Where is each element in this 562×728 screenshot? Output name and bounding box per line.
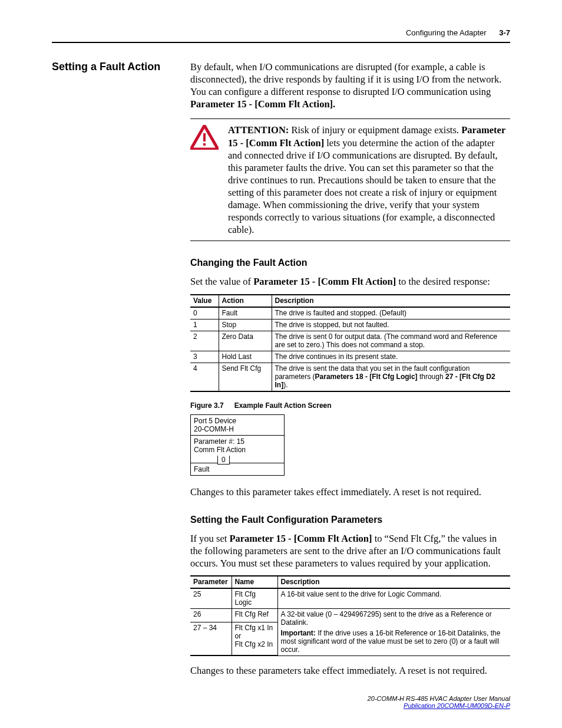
intro-text: By default, when I/O communications are …	[190, 61, 501, 97]
figure-after-text: Changes to this parameter takes effect i…	[190, 486, 510, 498]
cell-desc: The drive continues in its present state…	[272, 351, 510, 363]
footer-publication-link[interactable]: Publication 20COMM-UM009D-EN-P	[404, 702, 510, 709]
page-header: Configuring the Adapter 3-7	[52, 28, 510, 37]
changing-heading: Changing the Fault Action	[190, 258, 510, 268]
desc-mid: through	[418, 373, 445, 381]
cell-value: 4	[190, 363, 219, 391]
changing-intro-bold: Parameter 15 - [Comm Flt Action]	[253, 276, 396, 287]
section-title: Setting a Fault Action	[52, 61, 190, 73]
screen-line1: Port 5 Device	[194, 417, 281, 425]
cell-action: Hold Last	[219, 351, 272, 363]
cell-value: 1	[190, 319, 219, 331]
header-divider	[52, 42, 510, 43]
important-label: Important:	[281, 629, 316, 637]
col-value: Value	[190, 295, 219, 307]
cell-desc: A 16-bit value sent to the drive for Log…	[277, 588, 510, 609]
cell-desc-merged: A 32-bit value (0 – 4294967295) sent to …	[277, 608, 510, 655]
table-row: 3 Hold Last The drive continues in its p…	[190, 351, 510, 363]
table-row: 25 Flt Cfg Logic A 16-bit value sent to …	[190, 588, 510, 609]
screen-row1: Port 5 Device 20-COMM-H	[190, 414, 285, 436]
attention-icon	[190, 124, 224, 152]
screen-line3: Parameter #: 15	[194, 437, 281, 446]
cell-desc: The drive is sent the data that you set …	[272, 363, 510, 391]
faultcfg-intro: If you set Parameter 15 - [Comm Flt Acti…	[190, 532, 510, 569]
col-desc: Description	[272, 295, 510, 307]
desc-pre: A 32-bit value (0 – 4294967295) sent to …	[281, 610, 508, 627]
figure-label: Figure 3.7	[190, 401, 224, 410]
col-param: Parameter	[190, 576, 232, 588]
cell-desc: The drive is stopped, but not faulted.	[272, 319, 510, 331]
faultcfg-heading: Setting the Fault Configuration Paramete…	[190, 515, 510, 525]
fault-action-table: Value Action Description 0 Fault The dri…	[190, 294, 510, 392]
screen-line5: Fault	[194, 465, 281, 473]
table-row: 1 Stop The drive is stopped, but not fau…	[190, 319, 510, 331]
changing-intro-post: to the desired response:	[396, 276, 490, 287]
page-footer: 20-COMM-H RS-485 HVAC Adapter User Manua…	[368, 695, 510, 709]
intro-paragraph: By default, when I/O communications are …	[190, 61, 510, 110]
svg-rect-1	[203, 133, 206, 141]
page-number: 3-7	[499, 28, 510, 37]
changing-intro: Set the value of Parameter 15 - [Comm Fl…	[190, 275, 510, 288]
cell-param: 25	[190, 588, 232, 609]
cell-value: 0	[190, 307, 219, 319]
svg-rect-2	[203, 143, 206, 146]
cell-action: Fault	[219, 307, 272, 319]
cell-name: Flt Cfg Ref	[232, 608, 277, 622]
cell-desc: The drive is faulted and stopped. (Defau…	[272, 307, 510, 319]
cell-param: 26	[190, 608, 232, 622]
chapter-title: Configuring the Adapter	[406, 28, 487, 37]
col-action: Action	[219, 295, 272, 307]
screen-row3: Fault	[190, 463, 285, 476]
screen-value: 0	[217, 456, 230, 465]
cell-action: Zero Data	[219, 331, 272, 351]
cell-name: Flt Cfg x1 In or Flt Cfg x2 In	[232, 622, 277, 656]
screen-row2: Parameter #: 15 Comm Flt Action 0	[190, 435, 285, 463]
screen-line2: 20-COMM-H	[194, 425, 281, 433]
faultcfg-intro-bold: Parameter 15 - [Comm Flt Action]	[229, 533, 372, 544]
desc-post: ).	[283, 381, 287, 389]
cell-desc: The drive is sent 0 for output data. (Th…	[272, 331, 510, 351]
cell-action: Send Flt Cfg	[219, 363, 272, 391]
table-row: 2 Zero Data The drive is sent 0 for outp…	[190, 331, 510, 351]
footer-manual: 20-COMM-H RS-485 HVAC Adapter User Manua…	[368, 695, 510, 702]
desc-bold1: Parameters 18 - [Flt Cfg Logic]	[315, 373, 418, 381]
cell-param: 27 – 34	[190, 622, 232, 656]
figure-title: Example Fault Action Screen	[234, 401, 332, 410]
figure-caption: Figure 3.7Example Fault Action Screen	[190, 401, 510, 410]
faultcfg-after-text: Changes to these parameters take effect …	[190, 664, 510, 677]
table-row: 26 Flt Cfg Ref A 32-bit value (0 – 42949…	[190, 608, 510, 622]
attention-box: ATTENTION: Risk of injury or equipment d…	[190, 118, 510, 241]
intro-param-bold: Parameter 15 - [Comm Flt Action].	[190, 98, 335, 110]
table-row: 4 Send Flt Cfg The drive is sent the dat…	[190, 363, 510, 391]
faultcfg-table: Parameter Name Description 25 Flt Cfg Lo…	[190, 575, 510, 657]
col-desc: Description	[277, 576, 510, 588]
example-screen: Port 5 Device 20-COMM-H Parameter #: 15 …	[190, 414, 285, 476]
attention-pre: Risk of injury or equipment damage exist…	[289, 124, 461, 136]
changing-intro-pre: Set the value of	[190, 276, 253, 287]
attention-text: ATTENTION: Risk of injury or equipment d…	[224, 124, 510, 236]
cell-value: 3	[190, 351, 219, 363]
attention-label: ATTENTION:	[228, 124, 289, 136]
table-row: 0 Fault The drive is faulted and stopped…	[190, 307, 510, 319]
cell-action: Stop	[219, 319, 272, 331]
faultcfg-intro-pre: If you set	[190, 533, 229, 544]
attention-post: lets you determine the action of the ada…	[228, 137, 498, 236]
cell-value: 2	[190, 331, 219, 351]
screen-line4: Comm Flt Action	[194, 446, 281, 454]
cell-name: Flt Cfg Logic	[232, 588, 277, 609]
col-name: Name	[232, 576, 277, 588]
